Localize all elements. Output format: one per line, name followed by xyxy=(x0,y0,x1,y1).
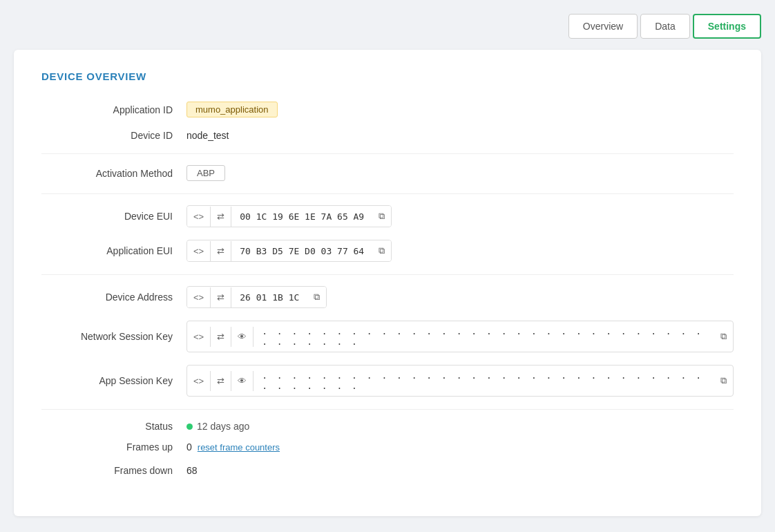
network-session-key-copy-button[interactable]: ⧉ xyxy=(714,326,733,347)
top-navigation: Overview Data Settings xyxy=(14,14,761,39)
network-session-key-label: Network Session Key xyxy=(41,331,186,342)
device-address-value: 26 01 1B 1C xyxy=(231,287,307,307)
device-eui-copy-button[interactable]: ⧉ xyxy=(372,206,391,227)
status-value: 12 days ago xyxy=(197,421,249,432)
app-session-key-label: App Session Key xyxy=(41,375,186,386)
settings-tab[interactable]: Settings xyxy=(693,14,761,39)
reset-frame-counters-link[interactable]: reset frame counters xyxy=(198,442,280,453)
network-session-key-row: Network Session Key <> ⇄ 👁 . . . . . . .… xyxy=(41,321,734,352)
device-eui-code-button[interactable]: <> xyxy=(187,207,211,227)
network-session-key-value: . . . . . . . . . . . . . . . . . . . . … xyxy=(253,321,714,352)
application-eui-box: <> ⇄ 70 B3 D5 7E D0 03 77 64 ⧉ xyxy=(186,240,392,262)
network-session-key-box: <> ⇄ 👁 . . . . . . . . . . . . . . . . .… xyxy=(186,321,734,352)
device-address-row: Device Address <> ⇄ 26 01 1B 1C ⧉ xyxy=(41,286,734,308)
activation-method-row: Activation Method ABP xyxy=(41,165,734,181)
app-session-key-copy-button[interactable]: ⧉ xyxy=(714,370,733,391)
network-session-key-swap-button[interactable]: ⇄ xyxy=(211,327,231,347)
app-session-key-swap-button[interactable]: ⇄ xyxy=(211,371,231,391)
application-eui-label: Application EUI xyxy=(41,245,186,256)
application-eui-copy-button[interactable]: ⧉ xyxy=(372,240,391,261)
device-eui-swap-button[interactable]: ⇄ xyxy=(211,207,231,227)
network-session-key-code-button[interactable]: <> xyxy=(187,327,211,347)
device-overview-card: DEVICE OVERVIEW Application ID mumo_appl… xyxy=(14,50,761,516)
device-id-row: Device ID node_test xyxy=(41,130,734,141)
overview-tab[interactable]: Overview xyxy=(568,14,638,39)
activation-method-label: Activation Method xyxy=(41,168,186,179)
frames-up-row: Frames up 0 reset frame counters xyxy=(41,441,734,453)
app-session-key-code-button[interactable]: <> xyxy=(187,371,211,391)
frames-up-value: 0 xyxy=(186,441,192,453)
network-session-key-eye-button[interactable]: 👁 xyxy=(231,327,253,347)
device-address-copy-button[interactable]: ⧉ xyxy=(307,287,326,307)
frames-down-row: Frames down 68 xyxy=(41,465,734,476)
application-eui-swap-button[interactable]: ⇄ xyxy=(211,241,231,261)
application-id-value: mumo_application xyxy=(186,102,278,117)
app-session-key-value: . . . . . . . . . . . . . . . . . . . . … xyxy=(253,365,714,396)
application-eui-value: 70 B3 D5 7E D0 03 77 64 xyxy=(231,241,372,261)
status-row: Status 12 days ago xyxy=(41,421,734,432)
device-address-box: <> ⇄ 26 01 1B 1C ⧉ xyxy=(186,286,327,308)
application-eui-code-button[interactable]: <> xyxy=(187,241,211,261)
app-session-key-eye-button[interactable]: 👁 xyxy=(231,371,253,391)
app-session-key-row: App Session Key <> ⇄ 👁 . . . . . . . . .… xyxy=(41,365,734,397)
application-eui-row: Application EUI <> ⇄ 70 B3 D5 7E D0 03 7… xyxy=(41,240,734,262)
frames-up-label: Frames up xyxy=(41,441,186,453)
device-eui-box: <> ⇄ 00 1C 19 6E 1E 7A 65 A9 ⧉ xyxy=(186,205,392,227)
device-id-label: Device ID xyxy=(41,130,186,141)
status-label: Status xyxy=(41,421,186,432)
application-id-label: Application ID xyxy=(41,104,186,115)
device-eui-value: 00 1C 19 6E 1E 7A 65 A9 xyxy=(231,207,372,227)
status-indicator xyxy=(186,424,193,430)
frames-down-label: Frames down xyxy=(41,465,186,476)
frames-down-value: 68 xyxy=(186,465,198,476)
device-address-code-button[interactable]: <> xyxy=(187,287,211,307)
data-tab[interactable]: Data xyxy=(640,14,690,39)
device-eui-row: Device EUI <> ⇄ 00 1C 19 6E 1E 7A 65 A9 … xyxy=(41,205,734,227)
app-session-key-box: <> ⇄ 👁 . . . . . . . . . . . . . . . . .… xyxy=(186,365,734,397)
device-address-swap-button[interactable]: ⇄ xyxy=(211,287,231,307)
device-id-value: node_test xyxy=(186,130,229,141)
section-title: DEVICE OVERVIEW xyxy=(41,70,734,82)
activation-method-value: ABP xyxy=(186,165,225,181)
application-id-row: Application ID mumo_application xyxy=(41,102,734,117)
device-address-label: Device Address xyxy=(41,292,186,303)
device-eui-label: Device EUI xyxy=(41,211,186,222)
